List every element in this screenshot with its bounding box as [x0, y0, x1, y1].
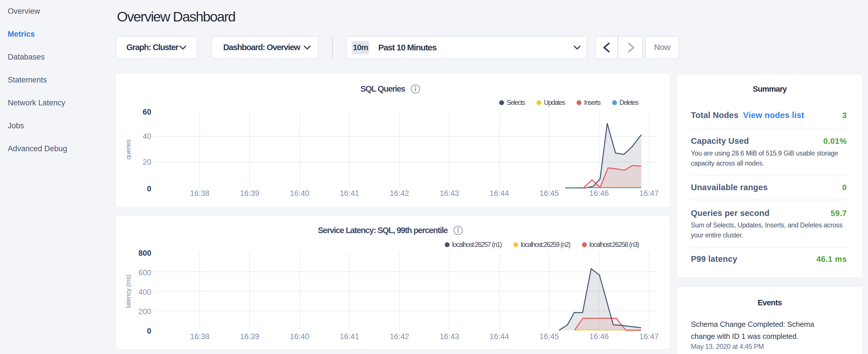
svg-text:16:38: 16:38: [190, 332, 210, 341]
svg-text:16:46: 16:46: [589, 332, 609, 341]
svg-text:latency (ms): latency (ms): [125, 275, 132, 308]
svg-text:16:42: 16:42: [390, 332, 409, 341]
svg-text:16:40: 16:40: [290, 332, 309, 341]
svg-text:16:44: 16:44: [490, 332, 509, 341]
svg-text:16:43: 16:43: [440, 332, 459, 341]
svg-text:queries: queries: [125, 139, 132, 160]
svg-text:600: 600: [138, 268, 151, 277]
svg-text:16:45: 16:45: [539, 189, 559, 198]
svg-text:16:38: 16:38: [190, 189, 210, 198]
svg-text:60: 60: [143, 108, 151, 116]
svg-text:16:41: 16:41: [340, 332, 359, 341]
svg-text:16:39: 16:39: [240, 189, 259, 198]
svg-text:16:44: 16:44: [490, 189, 509, 198]
svg-text:16:47: 16:47: [639, 189, 659, 198]
svg-text:16:43: 16:43: [440, 189, 459, 198]
svg-text:200: 200: [138, 307, 151, 316]
svg-text:16:41: 16:41: [340, 189, 359, 198]
svg-text:16:46: 16:46: [589, 189, 609, 198]
svg-text:16:45: 16:45: [539, 332, 559, 341]
svg-text:20: 20: [143, 158, 151, 166]
svg-text:800: 800: [138, 249, 151, 257]
svg-text:40: 40: [143, 132, 151, 141]
svg-text:16:40: 16:40: [290, 189, 309, 198]
svg-text:0: 0: [147, 327, 151, 335]
svg-text:16:42: 16:42: [390, 189, 409, 198]
svg-text:16:47: 16:47: [639, 332, 659, 341]
svg-text:0: 0: [147, 185, 151, 193]
svg-text:16:39: 16:39: [240, 332, 259, 341]
svg-text:400: 400: [138, 288, 151, 296]
